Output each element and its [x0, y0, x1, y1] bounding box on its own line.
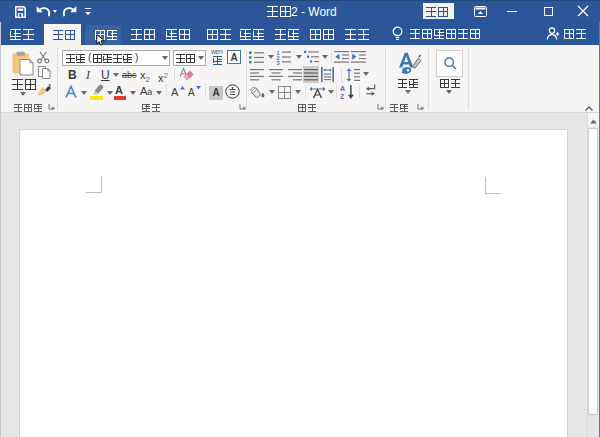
- svg-text:A: A: [340, 85, 345, 92]
- svg-text:Z: Z: [340, 93, 345, 100]
- svg-text:3: 3: [277, 60, 280, 66]
